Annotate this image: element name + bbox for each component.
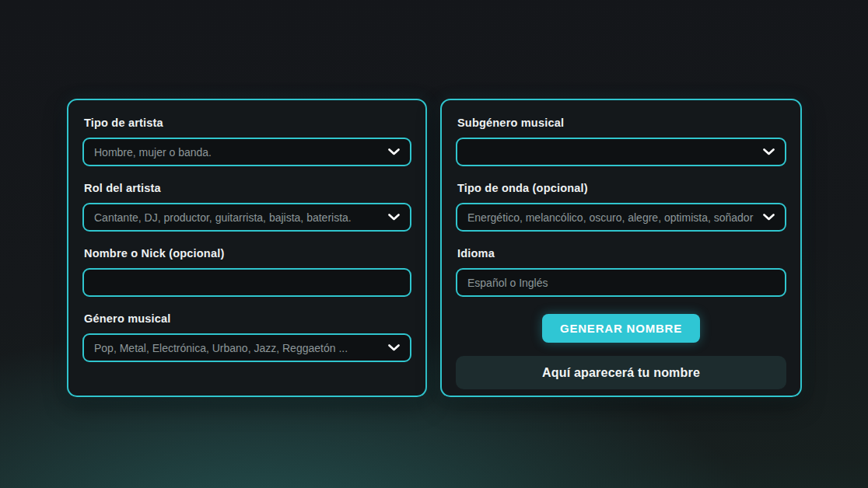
field-rol-del-artista: Rol del artista Cantante, DJ, productor,… [82, 182, 411, 232]
chevron-down-icon [388, 214, 400, 221]
generator-panel: Subgénero musical Tipo de onda (opcional… [440, 99, 802, 397]
generated-name-result: Aquí aparecerá tu nombre [456, 356, 786, 389]
nombre-o-nick-field-wrap [82, 268, 411, 297]
tipo-de-onda-label: Tipo de onda (opcional) [457, 182, 785, 194]
field-genero-musical: Género musical Pop, Metal, Electrónica, … [82, 312, 411, 362]
tipo-de-artista-select[interactable]: Hombre, mujer o banda. [82, 138, 411, 166]
subgenero-musical-select[interactable] [456, 138, 786, 166]
chevron-down-icon [388, 148, 400, 155]
genero-musical-select[interactable]: Pop, Metal, Electrónica, Urbano, Jazz, R… [82, 333, 411, 362]
tipo-de-artista-placeholder: Hombre, mujer o banda. [94, 146, 382, 159]
tipo-de-onda-select[interactable]: Energético, melancólico, oscuro, alegre,… [456, 203, 786, 232]
idioma-input[interactable] [467, 277, 775, 289]
field-tipo-de-artista: Tipo de artista Hombre, mujer o banda. [82, 117, 411, 166]
genero-musical-label: Género musical [84, 312, 410, 325]
tipo-de-onda-placeholder: Energético, melancólico, oscuro, alegre,… [467, 211, 757, 224]
idioma-field-wrap [456, 268, 786, 297]
rol-del-artista-select[interactable]: Cantante, DJ, productor, guitarrista, ba… [82, 203, 411, 232]
tipo-de-artista-label: Tipo de artista [84, 117, 410, 129]
subgenero-musical-label: Subgénero musical [457, 117, 785, 129]
idioma-label: Idioma [457, 247, 785, 260]
rol-del-artista-placeholder: Cantante, DJ, productor, guitarrista, ba… [94, 211, 382, 224]
artist-form-panel: Tipo de artista Hombre, mujer o banda. R… [67, 99, 427, 397]
chevron-down-icon [763, 148, 775, 155]
genero-musical-placeholder: Pop, Metal, Electrónica, Urbano, Jazz, R… [94, 342, 382, 354]
rol-del-artista-label: Rol del artista [84, 182, 410, 194]
chevron-down-icon [763, 214, 775, 221]
generate-button-row: GENERAR NOMBRE [456, 314, 786, 343]
generate-name-button[interactable]: GENERAR NOMBRE [542, 314, 700, 343]
nombre-o-nick-label: Nombre o Nick (opcional) [84, 247, 410, 260]
field-idioma: Idioma [456, 247, 786, 297]
nombre-o-nick-input[interactable] [94, 277, 400, 289]
chevron-down-icon [388, 344, 400, 351]
field-tipo-de-onda: Tipo de onda (opcional) Energético, mela… [456, 182, 786, 232]
field-subgenero-musical: Subgénero musical [456, 117, 786, 166]
field-nombre-o-nick: Nombre o Nick (opcional) [82, 247, 411, 297]
